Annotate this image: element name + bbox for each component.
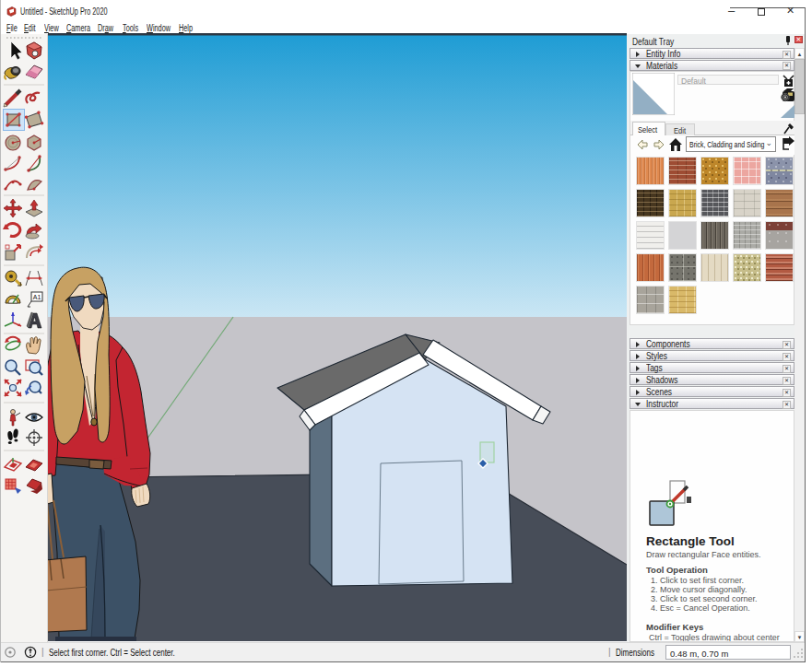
svg-text:A1: A1 [33,294,41,300]
